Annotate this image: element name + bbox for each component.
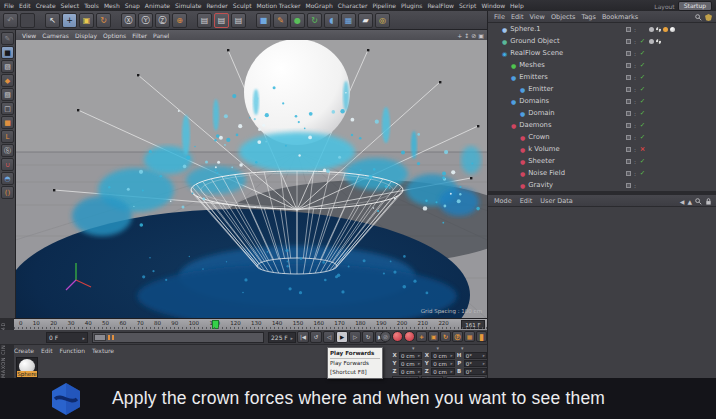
viewport-menu-item[interactable]: Cameras <box>42 32 69 39</box>
menubar-item[interactable]: Mesh <box>104 2 120 9</box>
rotate-tool-icon[interactable]: ↻ <box>96 13 111 28</box>
axis-x-lock-icon[interactable]: Ⓧ <box>121 13 136 28</box>
object-label[interactable]: Emitters <box>519 73 548 81</box>
enable-state-icon[interactable]: ✓ <box>639 157 646 165</box>
object-row[interactable]: ● Ground Object : ✓ <box>488 35 716 47</box>
layout-value-dropdown[interactable]: Startup <box>678 1 712 11</box>
enable-state-icon[interactable]: ✓ <box>639 121 646 129</box>
material-menu-item[interactable]: Create <box>14 347 34 354</box>
coord-rotation-field[interactable]: 0°▸ <box>464 352 487 359</box>
object-row[interactable]: ◉ RealFlow Scene : ✓ <box>488 47 716 59</box>
coord-position-field[interactable]: 0 cm▸ <box>399 352 422 359</box>
position-dropdown-icon[interactable]: ▾ <box>412 345 415 351</box>
autokeying-toggle[interactable]: ▮ <box>476 331 487 342</box>
coord-position-field[interactable]: 0 cm▸ <box>399 360 422 367</box>
menubar-item[interactable]: Sculpt <box>233 2 252 9</box>
pan-view-icon[interactable]: + <box>457 32 462 39</box>
menubar-item[interactable]: Character <box>338 2 368 9</box>
spline-icon[interactable]: L <box>1 130 14 143</box>
play-forwards-button[interactable]: ▶ <box>336 331 348 343</box>
enable-state-icon[interactable]: × <box>639 145 646 153</box>
loop-button[interactable]: ↺ <box>310 331 322 343</box>
material-menu-item[interactable]: Texture <box>92 347 114 354</box>
object-row[interactable]: ● Crown : ✓ <box>488 131 716 143</box>
layer-checkbox[interactable] <box>626 171 631 176</box>
menubar-item[interactable]: Motion Tracker <box>257 2 301 9</box>
menubar-item[interactable]: Tools <box>84 2 99 9</box>
tag-icons[interactable] <box>649 39 661 44</box>
viewport-menu-item[interactable]: Panel <box>153 32 169 39</box>
object-row[interactable]: ● Meshes : ✓ <box>488 59 716 71</box>
object-label[interactable]: k Volume <box>528 145 559 153</box>
attribute-manager-menu-item[interactable]: User Data <box>540 197 572 205</box>
search-icon[interactable] <box>695 198 702 205</box>
object-manager-menu-item[interactable]: View <box>529 13 544 21</box>
history-up-icon[interactable]: ▲ <box>687 198 692 205</box>
menubar-item[interactable]: Snap <box>125 2 140 9</box>
render-settings-icon[interactable]: ▤ <box>214 13 229 28</box>
light-icon[interactable]: ◎ <box>375 13 390 28</box>
editor-render-dots-icon[interactable]: : <box>634 110 636 117</box>
layer-checkbox[interactable] <box>626 39 631 44</box>
live-selection-icon[interactable]: ↖ <box>45 13 60 28</box>
material-name-label[interactable]: Sphere <box>17 371 37 377</box>
points-mode-icon[interactable]: ▧ <box>1 88 14 101</box>
coord-size-field[interactable]: 0 cm▸ <box>431 352 454 359</box>
menubar-item[interactable]: Simulate <box>175 2 202 9</box>
enable-state-icon[interactable]: ✓ <box>639 49 646 57</box>
current-frame-marker[interactable] <box>212 320 219 329</box>
material-menu-item[interactable]: Function <box>60 347 86 354</box>
enable-state-icon[interactable]: ✓ <box>639 109 646 117</box>
layer-checkbox[interactable] <box>626 51 631 56</box>
timeline-ruler[interactable]: 0102030405060708090100110120130140150160… <box>14 318 487 330</box>
search-icon[interactable] <box>695 14 702 21</box>
menubar-item[interactable]: File <box>4 2 14 9</box>
object-manager-menu-item[interactable]: Edit <box>511 13 524 21</box>
lock-icon[interactable] <box>705 198 712 205</box>
cycle-button[interactable]: ↻ <box>362 331 374 343</box>
object-label[interactable]: Domain <box>528 109 554 117</box>
object-row[interactable]: ● Domains : ✓ <box>488 95 716 107</box>
editor-render-dots-icon[interactable]: : <box>634 134 636 141</box>
object-label[interactable]: Sheeter <box>528 157 555 165</box>
coord-rotation-field[interactable]: 0°▸ <box>464 360 487 367</box>
enable-state-icon[interactable]: ✓ <box>639 61 646 69</box>
object-manager-menu-item[interactable]: Tags <box>581 13 595 21</box>
frame-start-field[interactable]: 0 F▸ <box>46 332 88 343</box>
attribute-manager-menu-item[interactable]: Mode <box>494 197 512 205</box>
lock-workplane-icon[interactable]: ◓ <box>1 172 14 185</box>
goto-start-button[interactable]: |◀ <box>297 331 309 343</box>
enable-state-icon[interactable]: ✓ <box>639 37 646 45</box>
mograph-icon[interactable]: ↻ <box>307 13 322 28</box>
deformer-icon[interactable]: ◖ <box>324 13 339 28</box>
filter-shield-icon[interactable] <box>705 14 712 21</box>
viewport-menu-item[interactable]: Filter <box>132 32 147 39</box>
layout-selector[interactable]: Layout Startup <box>654 1 712 11</box>
object-label[interactable]: RealFlow Scene <box>510 49 563 57</box>
editor-render-dots-icon[interactable]: : <box>634 50 636 57</box>
autokey-button[interactable] <box>392 331 403 342</box>
editor-render-dots-icon[interactable]: : <box>634 158 636 165</box>
axis-z-lock-icon[interactable]: Ⓩ <box>155 13 170 28</box>
editor-render-dots-icon[interactable]: : <box>634 182 636 189</box>
layer-checkbox[interactable] <box>626 159 631 164</box>
axis-y-lock-icon[interactable]: Ⓨ <box>138 13 153 28</box>
brackets-icon[interactable]: () <box>1 186 14 199</box>
object-manager-menu-item[interactable]: Objects <box>551 13 576 21</box>
polygons-mode-icon[interactable]: ■ <box>1 116 14 129</box>
object-manager-menu-item[interactable]: File <box>494 13 505 21</box>
editor-render-dots-icon[interactable]: : <box>634 146 636 153</box>
material-menu-item[interactable]: Edit <box>41 347 53 354</box>
record-scale-button[interactable]: ▣ <box>428 331 439 342</box>
menubar-item[interactable]: Create <box>36 2 56 9</box>
menubar-item[interactable]: Plugins <box>401 2 423 9</box>
editor-render-dots-icon[interactable]: : <box>634 62 636 69</box>
layer-checkbox[interactable] <box>626 87 631 92</box>
editor-render-dots-icon[interactable]: : <box>634 38 636 45</box>
editor-render-dots-icon[interactable]: : <box>634 86 636 93</box>
enable-state-icon[interactable]: ✓ <box>639 73 646 81</box>
coord-size-field[interactable]: 0 cm▸ <box>431 368 454 375</box>
magnet-icon[interactable]: ∪ <box>1 158 14 171</box>
scale-tool-icon[interactable]: ▣ <box>79 13 94 28</box>
layer-checkbox[interactable] <box>626 147 631 152</box>
